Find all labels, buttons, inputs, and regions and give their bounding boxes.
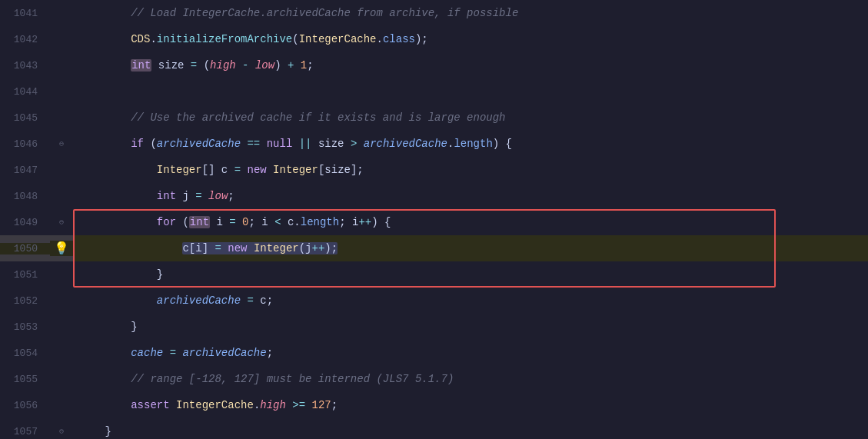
code-editor: 1041 // Load IntegerCache.archivedCache … xyxy=(0,0,868,439)
line-content-1047: Integer[] c = new Integer[size]; xyxy=(73,157,868,183)
line-content-1043: int size = (high - low) + 1; xyxy=(73,52,868,78)
gutter-1057: ⊖ xyxy=(50,427,73,436)
line-number-1045: 1045 xyxy=(0,112,50,124)
line-number-1050: 1050 xyxy=(0,243,50,254)
line-number-1057: 1057 xyxy=(0,426,50,437)
line-number-1051: 1051 xyxy=(0,269,50,281)
line-1044: 1044 xyxy=(0,78,868,105)
fold-icon-1057[interactable]: ⊖ xyxy=(59,427,64,436)
line-1051: 1051 } xyxy=(0,261,868,288)
gutter-1046: ⊖ xyxy=(50,139,73,148)
line-number-1043: 1043 xyxy=(0,60,50,72)
line-1046: 1046 ⊖ if (archivedCache == null || size… xyxy=(0,131,868,157)
line-content-1055: // range [-128, 127] must be interned (J… xyxy=(73,366,868,392)
gutter-1050[interactable]: 💡 xyxy=(50,241,73,256)
line-1055: 1055 // range [-128, 127] must be intern… xyxy=(0,366,868,392)
line-number-1049: 1049 xyxy=(0,217,50,228)
line-number-1042: 1042 xyxy=(0,34,50,45)
gutter-1049: ⊖ xyxy=(50,218,73,227)
line-content-1053: } xyxy=(73,314,868,340)
line-content-1044 xyxy=(73,78,868,105)
line-1057: 1057 ⊖ } xyxy=(0,418,868,439)
line-number-1056: 1056 xyxy=(0,400,50,411)
line-1053: 1053 } xyxy=(0,314,868,340)
line-content-1045: // Use the archived cache if it exists a… xyxy=(73,105,868,131)
line-content-1056: assert IntegerCache.high >= 127; xyxy=(73,392,868,418)
line-content-1048: int j = low; xyxy=(73,183,868,209)
line-1043: 1043 int size = (high - low) + 1; xyxy=(0,52,868,78)
line-content-1049: for (int i = 0; i < c.length; i++) { xyxy=(73,209,868,235)
line-content-1042: CDS.initializeFromArchive(IntegerCache.c… xyxy=(73,26,868,52)
line-number-1041: 1041 xyxy=(0,8,50,19)
line-1056: 1056 assert IntegerCache.high >= 127; xyxy=(0,392,868,418)
code-area: 1041 // Load IntegerCache.archivedCache … xyxy=(0,0,868,439)
line-content-1057: } xyxy=(73,418,868,439)
line-1054: 1054 cache = archivedCache; xyxy=(0,340,868,366)
line-number-1053: 1053 xyxy=(0,321,50,333)
line-1052: 1052 archivedCache = c; xyxy=(0,288,868,314)
line-number-1054: 1054 xyxy=(0,348,50,359)
line-content-1046: if (archivedCache == null || size > arch… xyxy=(73,131,868,157)
line-1047: 1047 Integer[] c = new Integer[size]; xyxy=(0,157,868,183)
line-1042: 1042 CDS.initializeFromArchive(IntegerCa… xyxy=(0,26,868,52)
line-number-1048: 1048 xyxy=(0,191,50,202)
line-1041: 1041 // Load IntegerCache.archivedCache … xyxy=(0,0,868,26)
line-number-1047: 1047 xyxy=(0,165,50,176)
fold-icon-1046[interactable]: ⊖ xyxy=(59,139,64,148)
line-content-1052: archivedCache = c; xyxy=(73,288,868,314)
line-1048: 1048 int j = low; xyxy=(0,183,868,209)
line-content-1041: // Load IntegerCache.archivedCache from … xyxy=(73,0,868,26)
line-content-1050: c[i] = new Integer(j++); xyxy=(73,235,868,261)
line-1045: 1045 // Use the archived cache if it exi… xyxy=(0,105,868,131)
bulb-icon-1050[interactable]: 💡 xyxy=(54,241,69,256)
line-content-1051: } xyxy=(73,261,868,288)
line-1049: 1049 ⊖ for (int i = 0; i < c.length; i++… xyxy=(0,209,868,235)
line-number-1046: 1046 xyxy=(0,138,50,150)
line-number-1052: 1052 xyxy=(0,295,50,307)
fold-icon-1049[interactable]: ⊖ xyxy=(59,218,64,227)
line-content-1054: cache = archivedCache; xyxy=(73,340,868,366)
line-number-1044: 1044 xyxy=(0,86,50,98)
line-1050: 1050 💡 c[i] = new Integer(j++); xyxy=(0,235,868,261)
line-number-1055: 1055 xyxy=(0,374,50,385)
